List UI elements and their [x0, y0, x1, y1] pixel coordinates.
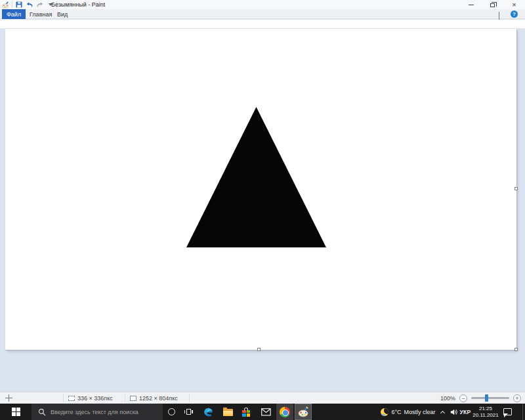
undo-button[interactable] [25, 1, 33, 9]
statusbar: 336 × 336пкс 1252 × 804пкс 100% − + [0, 392, 525, 404]
cursor-position-indicator [5, 392, 12, 404]
canvas-size-value: 1252 × 804пкс [139, 395, 178, 402]
cortana-icon [168, 408, 175, 415]
windows-logo-icon [12, 408, 20, 416]
restore-icon [490, 3, 495, 7]
quick-access-toolbar [1, 1, 57, 9]
language-code: УКР [459, 409, 471, 415]
desktop-screen: Безымянный - Paint × Файл Главная Вид ? [0, 0, 525, 420]
language-indicator[interactable]: УКР [458, 404, 472, 420]
paint-icon [298, 406, 309, 417]
tab-view[interactable]: Вид [52, 9, 72, 19]
taskbar: 6°C Mostly clear УКР 21:25 20.11.2021 [0, 404, 525, 420]
close-button[interactable]: × [503, 0, 525, 9]
help-button[interactable]: ? [511, 10, 518, 18]
qat-separator [12, 1, 12, 8]
zoom-controls: 100% − + [440, 392, 521, 404]
weather-widget[interactable]: 6°C Mostly clear [377, 404, 440, 420]
tab-file[interactable]: Файл [2, 9, 26, 19]
taskbar-app-chrome[interactable] [276, 404, 293, 420]
paint-titlebar: Безымянный - Paint × [0, 0, 525, 9]
clock-date: 20.11.2021 [472, 412, 498, 419]
paint-app-icon [1, 1, 10, 9]
canvas-resize-handle-right[interactable] [514, 187, 518, 190]
redo-button[interactable] [35, 1, 44, 9]
canvas-resize-handle-corner[interactable] [514, 348, 518, 351]
task-view-icon [184, 408, 193, 415]
zoom-slider-thumb[interactable] [485, 394, 488, 402]
cloud-icon [381, 414, 385, 416]
taskbar-app-edge[interactable] [200, 404, 217, 420]
save-button[interactable] [14, 1, 23, 9]
weather-condition: Mostly clear [404, 409, 436, 415]
canvas-resize-handle-bottom[interactable] [257, 348, 261, 351]
ribbon-tab-row: Файл Главная Вид ? [0, 9, 525, 19]
tray-overflow-button[interactable] [437, 404, 448, 420]
edge-icon [203, 406, 214, 417]
collapsed-ribbon-strip [0, 20, 525, 29]
minimize-button[interactable] [460, 0, 482, 9]
canvas-size-icon [130, 396, 136, 401]
statusbar-separator [189, 394, 190, 402]
redo-icon [37, 2, 43, 8]
canvas-size-indicator: 1252 × 804пкс [130, 392, 178, 404]
chevron-up-icon [440, 410, 444, 415]
taskbar-app-store[interactable] [238, 404, 255, 420]
restore-button[interactable] [482, 0, 503, 9]
speaker-icon [450, 409, 458, 415]
action-center-button[interactable] [499, 404, 516, 420]
task-view-button[interactable] [180, 404, 197, 420]
cortana-button[interactable] [163, 404, 180, 420]
minimize-icon [469, 5, 474, 5]
file-explorer-icon [223, 409, 233, 416]
weather-temperature: 6°C [391, 409, 401, 415]
undo-icon [26, 2, 33, 8]
selection-size-indicator: 336 × 336пкс [68, 392, 113, 404]
zoom-level-value: 100% [440, 395, 455, 402]
move-cursor-icon [5, 394, 12, 402]
taskbar-app-paint[interactable] [295, 404, 312, 420]
drawing-canvas[interactable] [5, 29, 516, 350]
window-controls: × [460, 0, 525, 9]
clock[interactable]: 21:25 20.11.2021 [472, 404, 499, 420]
zoom-out-button[interactable]: − [459, 394, 467, 402]
action-center-icon [503, 408, 512, 415]
chrome-icon [280, 407, 290, 417]
moon-weather-icon [381, 408, 388, 416]
selection-size-icon [68, 396, 75, 401]
search-input[interactable] [46, 404, 163, 420]
selection-size-value: 336 × 336пкс [77, 395, 113, 402]
start-button[interactable] [0, 404, 32, 420]
store-icon [242, 408, 251, 417]
statusbar-separator [63, 394, 64, 402]
show-desktop-button[interactable] [522, 404, 525, 420]
paint-workspace [0, 29, 525, 392]
zoom-in-button[interactable]: + [513, 394, 521, 402]
window-title: Безымянный - Paint [51, 1, 105, 8]
close-icon: × [512, 1, 516, 9]
save-icon [16, 1, 22, 8]
expand-ribbon-button[interactable] [499, 12, 503, 16]
taskbar-app-file-explorer[interactable] [219, 404, 236, 420]
mail-icon [261, 408, 271, 416]
clock-time: 21:25 [479, 406, 492, 412]
drawn-triangle-shape [186, 107, 326, 247]
zoom-slider[interactable] [471, 397, 509, 399]
search-icon [38, 408, 46, 416]
statusbar-separator [125, 394, 125, 402]
taskbar-search[interactable] [32, 404, 163, 420]
taskbar-app-mail[interactable] [257, 404, 274, 420]
